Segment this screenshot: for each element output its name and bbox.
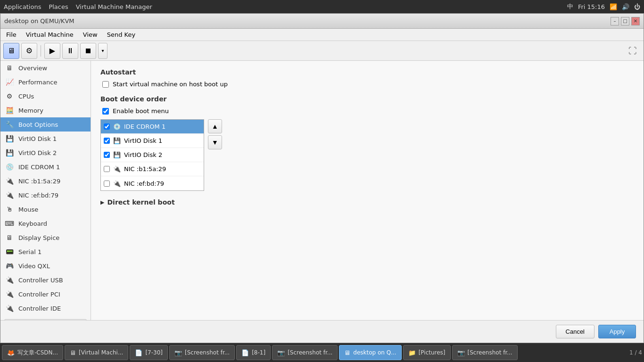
- power-icon[interactable]: ⏻: [634, 3, 640, 10]
- clock: Fri 15:16: [578, 3, 605, 10]
- applications-menu[interactable]: Applications: [4, 3, 41, 10]
- places-menu[interactable]: Places: [49, 3, 68, 10]
- volume-icon: 🔊: [622, 3, 629, 10]
- wifi-icon: 📶: [610, 3, 617, 10]
- virt-manager-menu[interactable]: Virtual Machine Manager: [76, 3, 152, 10]
- system-bar: Applications Places Virtual Machine Mana…: [0, 0, 644, 13]
- ime-indicator: 中: [567, 2, 573, 11]
- system-bar-left: Applications Places Virtual Machine Mana…: [4, 3, 152, 10]
- system-bar-right: 中 Fri 15:16 📶 🔊 ⏻: [567, 2, 640, 11]
